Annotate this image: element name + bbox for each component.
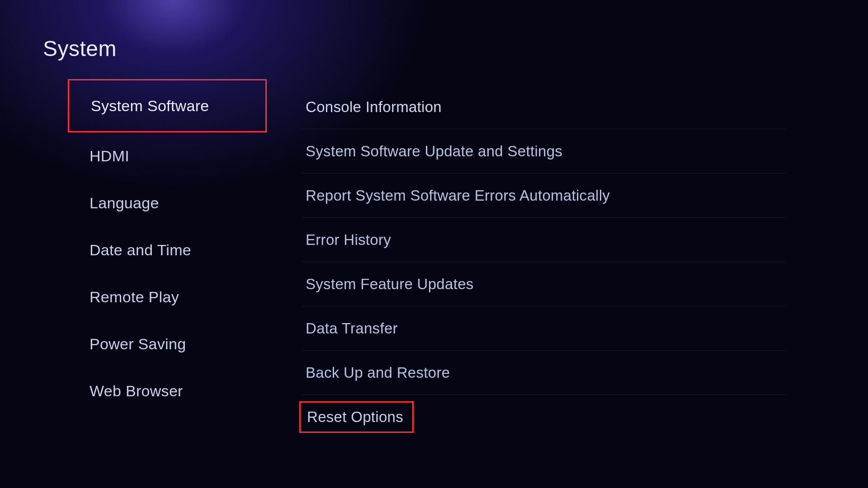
sidebar-item-label: Power Saving: [90, 335, 186, 353]
sidebar-item-label: Language: [90, 194, 159, 212]
content-item-console-information[interactable]: Console Information: [302, 85, 786, 129]
sidebar-item-web-browser[interactable]: Web Browser: [68, 367, 267, 414]
content-item-label: Back Up and Restore: [306, 364, 450, 381]
content-item-label: System Software Update and Settings: [306, 143, 562, 160]
content-item-error-history[interactable]: Error History: [302, 218, 786, 262]
page-title: System: [43, 36, 117, 61]
content-item-system-feature-updates[interactable]: System Feature Updates: [302, 262, 786, 306]
sidebar-item-label: System Software: [91, 97, 209, 115]
content-item-report-errors[interactable]: Report System Software Errors Automatica…: [302, 174, 786, 218]
sidebar-item-system-software[interactable]: System Software: [68, 79, 267, 132]
content-item-reset-options[interactable]: Reset Options: [299, 401, 414, 433]
content-item-label: Data Transfer: [306, 320, 398, 337]
sidebar: System Software HDMI Language Date and T…: [68, 79, 267, 414]
content-item-label: Error History: [306, 231, 391, 249]
content-item-label: System Feature Updates: [306, 276, 474, 293]
content-item-data-transfer[interactable]: Data Transfer: [302, 306, 786, 351]
content-item-label: Console Information: [306, 99, 442, 116]
content-item-label: Reset Options: [307, 408, 403, 426]
sidebar-item-date-and-time[interactable]: Date and Time: [68, 226, 267, 273]
content-item-back-up-restore[interactable]: Back Up and Restore: [302, 351, 786, 395]
sidebar-item-label: Date and Time: [90, 241, 191, 259]
sidebar-item-language[interactable]: Language: [68, 179, 267, 226]
content-item-label: Report System Software Errors Automatica…: [306, 187, 610, 204]
sidebar-item-label: Web Browser: [90, 382, 183, 400]
sidebar-item-label: HDMI: [90, 147, 129, 165]
sidebar-item-hdmi[interactable]: HDMI: [68, 132, 267, 179]
content-item-system-software-update[interactable]: System Software Update and Settings: [302, 129, 786, 174]
sidebar-item-remote-play[interactable]: Remote Play: [68, 273, 267, 320]
content-panel: Console Information System Software Upda…: [302, 85, 786, 433]
sidebar-item-power-saving[interactable]: Power Saving: [68, 320, 267, 367]
sidebar-item-label: Remote Play: [90, 288, 179, 306]
